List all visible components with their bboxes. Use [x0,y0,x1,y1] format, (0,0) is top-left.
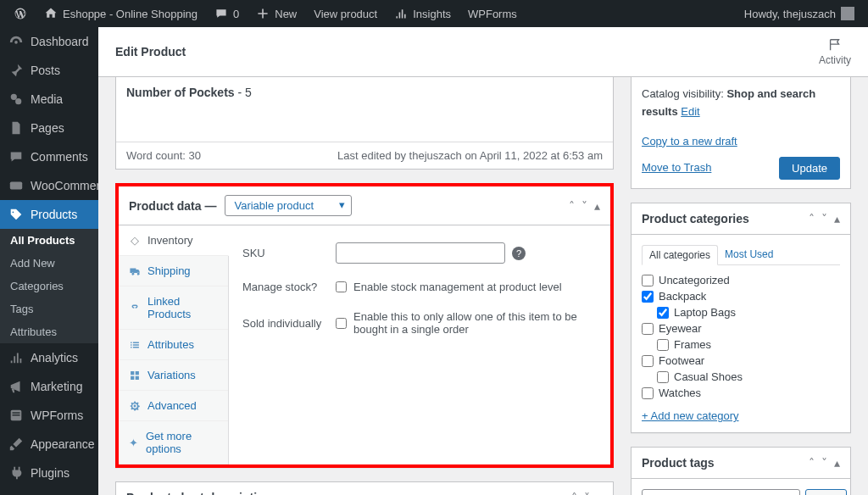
home-icon [44,7,58,20]
move-to-trash[interactable]: Move to Trash [642,159,711,177]
submenu-attributes[interactable]: Attributes [0,320,98,343]
wp-logo[interactable] [7,0,34,27]
comments-link[interactable]: 0 [208,0,246,27]
attribute-label: Number of Pockets [126,86,235,99]
panel-down-icon[interactable]: ˅ [584,491,590,495]
tab-linked[interactable]: Linked Products [119,286,228,330]
flag-icon [826,37,843,53]
tab-all-categories[interactable]: All categories [642,245,718,265]
tab-shipping[interactable]: Shipping [119,256,228,286]
panel-toggle-icon[interactable]: ▴ [834,212,840,225]
menu-plugins[interactable]: Plugins [0,459,98,487]
menu-analytics[interactable]: Analytics [0,343,98,372]
visibility-edit[interactable]: Edit [681,105,699,118]
view-product[interactable]: View product [307,0,384,27]
tab-more[interactable]: ✦Get more options [119,421,228,464]
submenu-tags[interactable]: Tags [0,298,98,320]
menu-marketing[interactable]: Marketing [0,372,98,401]
comments-count: 0 [233,8,239,20]
tab-attributes[interactable]: Attributes [119,330,228,360]
panel-down-icon[interactable]: ˅ [821,212,827,225]
chart-icon [394,7,408,20]
page-icon [8,120,24,136]
comment-icon [8,149,24,164]
grid-icon [129,370,141,381]
menu-users[interactable]: Users [0,487,98,495]
categories-box: Product categories ˄˅▴ All categories Mo… [631,203,851,433]
activity-button[interactable]: Activity [819,37,851,66]
svg-rect-3 [13,414,20,415]
admin-bar: Eshoppe - Online Shopping 0 New View pro… [0,0,868,27]
sku-label: SKU [242,247,336,259]
submenu-add-new[interactable]: Add New [0,252,98,275]
submenu-all-products[interactable]: All Products [0,229,98,252]
list-icon [129,339,141,351]
tab-most-used[interactable]: Most Used [718,245,780,264]
sold-individually-checkbox[interactable] [336,318,347,329]
add-category-link[interactable]: + Add new category [642,409,739,422]
menu-appearance[interactable]: Appearance [0,430,98,459]
category-list: Uncategorized Backpack Laptop Bags Eyewe… [642,272,840,401]
tag-input[interactable] [642,489,800,495]
dashboard-icon [8,34,24,49]
cat-item[interactable]: Laptop Bags [642,304,840,320]
wpforms-link[interactable]: WPForms [461,0,524,27]
tags-box: Product tags ˄˅▴ Add Separate tags with … [631,447,851,495]
update-button[interactable]: Update [779,157,840,180]
menu-wpforms[interactable]: WPForms [0,401,98,430]
cat-item[interactable]: Footwear [642,353,840,369]
tags-title: Product tags [642,456,715,470]
menu-media[interactable]: Media [0,85,98,114]
menu-comments[interactable]: Comments [0,142,98,171]
panel-up-icon[interactable]: ˄ [809,456,815,470]
cat-item[interactable]: Eyewear [642,320,840,336]
menu-woocommerce[interactable]: WooCommerce [0,171,98,200]
menu-pages[interactable]: Pages [0,114,98,142]
panel-toggle-icon[interactable]: ▴ [597,491,603,495]
products-submenu: All Products Add New Categories Tags Att… [0,229,98,343]
cat-item[interactable]: Frames [642,336,840,353]
new-content[interactable]: New [249,0,303,27]
copy-draft-link[interactable]: Copy to a new draft [642,135,737,147]
content-editor: Number of Pockets - 5 Word count: 30 Las… [115,77,614,170]
inventory-icon: ◇ [129,235,141,247]
sold-individually-label: Sold individually [242,317,336,330]
sku-input[interactable] [336,242,505,264]
product-data-tabs: ◇Inventory Shipping Linked Products Attr… [119,225,229,464]
help-icon[interactable]: ? [512,247,526,260]
panel-up-icon[interactable]: ˄ [809,212,815,225]
product-data-panel: Product data — Variable product ˄ ˅ ▴ ◇ [115,183,614,468]
categories-title: Product categories [642,212,749,225]
product-type-select[interactable]: Variable product [225,195,352,216]
site-name-label: Eshoppe - Online Shopping [63,8,198,20]
submenu-categories[interactable]: Categories [0,275,98,298]
panel-down-icon[interactable]: ˅ [581,199,587,213]
insights-link[interactable]: Insights [387,0,458,27]
menu-products[interactable]: Products [0,200,98,229]
tab-variations[interactable]: Variations [119,360,228,391]
menu-dashboard[interactable]: Dashboard [0,27,98,56]
gear-icon [129,400,141,412]
cat-item[interactable]: Uncategorized [642,272,840,288]
panel-toggle-icon[interactable]: ▴ [834,456,840,470]
tab-advanced[interactable]: Advanced [119,391,228,421]
avatar [841,7,854,20]
cat-item[interactable]: Watches [642,385,840,401]
panel-toggle-icon[interactable]: ▴ [594,199,600,213]
panel-down-icon[interactable]: ˅ [821,456,827,470]
more-icon: ✦ [129,437,139,448]
manage-stock-checkbox[interactable] [336,281,347,292]
svg-rect-0 [10,182,22,190]
site-name[interactable]: Eshoppe - Online Shopping [37,0,204,27]
panel-up-icon[interactable]: ˄ [569,199,575,213]
visibility-label: Catalog visibility: [642,87,724,100]
my-account[interactable]: Howdy, thejuszach [737,0,861,27]
panel-up-icon[interactable]: ˄ [571,491,577,495]
tab-inventory[interactable]: ◇Inventory [119,225,229,256]
cat-item[interactable]: Backpack [642,288,840,304]
menu-posts[interactable]: Posts [0,56,98,85]
add-tag-button[interactable]: Add [805,489,847,495]
comment-icon [214,7,228,20]
plus-icon [256,7,270,20]
cat-item[interactable]: Casual Shoes [642,369,840,385]
